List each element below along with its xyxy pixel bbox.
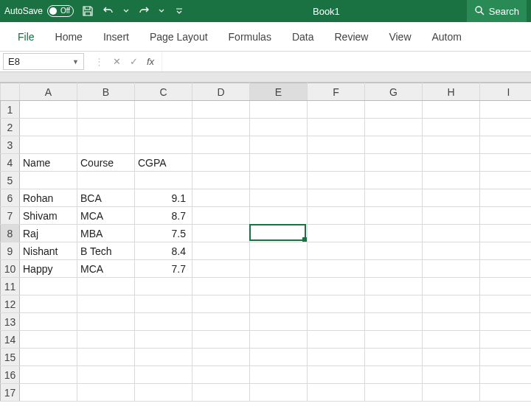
cell-A7[interactable]: Shivam (20, 207, 77, 225)
cell-G12[interactable] (365, 295, 423, 313)
cell-F8[interactable] (308, 225, 365, 242)
cell-C3[interactable] (135, 136, 192, 154)
cell-A4[interactable]: Name (20, 154, 77, 172)
cell-G16[interactable] (365, 366, 423, 384)
column-header-G[interactable]: G (365, 83, 423, 101)
cell-G7[interactable] (365, 207, 423, 225)
cell-G13[interactable] (365, 313, 423, 331)
cell-E2[interactable] (250, 119, 308, 136)
tab-home[interactable]: Home (45, 22, 93, 51)
cell-A2[interactable] (20, 119, 77, 136)
cell-C14[interactable] (135, 331, 192, 349)
row-header-2[interactable]: 2 (1, 119, 20, 136)
cell-C17[interactable] (135, 384, 192, 402)
cell-I7[interactable] (480, 207, 532, 225)
cell-I9[interactable] (480, 242, 532, 260)
cancel-icon[interactable]: ✕ (113, 56, 121, 67)
cell-G17[interactable] (365, 384, 423, 402)
cell-A10[interactable]: Happy (20, 260, 77, 278)
cell-D2[interactable] (192, 119, 250, 136)
row-header-17[interactable]: 17 (1, 384, 20, 402)
cell-H15[interactable] (423, 349, 480, 366)
cell-C13[interactable] (135, 313, 192, 331)
cell-G14[interactable] (365, 331, 423, 349)
cell-B6[interactable]: BCA (77, 189, 135, 207)
cell-E16[interactable] (250, 366, 308, 384)
cell-I11[interactable] (480, 278, 532, 295)
cell-E4[interactable] (250, 154, 308, 172)
cell-D1[interactable] (192, 101, 250, 119)
cell-G2[interactable] (365, 119, 423, 136)
cell-I16[interactable] (480, 366, 532, 384)
cell-G1[interactable] (365, 101, 423, 119)
cell-D11[interactable] (192, 278, 250, 295)
cell-H11[interactable] (423, 278, 480, 295)
cell-B2[interactable] (77, 119, 135, 136)
row-header-9[interactable]: 9 (1, 242, 20, 260)
cell-B16[interactable] (77, 366, 135, 384)
cell-I5[interactable] (480, 172, 532, 189)
cell-H17[interactable] (423, 384, 480, 402)
cell-A1[interactable] (20, 101, 77, 119)
row-header-5[interactable]: 5 (1, 172, 20, 189)
cell-D10[interactable] (192, 260, 250, 278)
cell-D13[interactable] (192, 313, 250, 331)
cell-E12[interactable] (250, 295, 308, 313)
cell-E14[interactable] (250, 331, 308, 349)
row-header-6[interactable]: 6 (1, 189, 20, 207)
row-header-3[interactable]: 3 (1, 136, 20, 154)
cell-H6[interactable] (423, 189, 480, 207)
row-header-12[interactable]: 12 (1, 295, 20, 313)
cell-B7[interactable]: MCA (77, 207, 135, 225)
cell-A3[interactable] (20, 136, 77, 154)
cell-F9[interactable] (308, 242, 365, 260)
column-header-H[interactable]: H (423, 83, 480, 101)
tab-review[interactable]: Review (324, 22, 379, 51)
cell-E6[interactable] (250, 189, 308, 207)
cell-A11[interactable] (20, 278, 77, 295)
cell-C6[interactable]: 9.1 (135, 189, 192, 207)
cell-F7[interactable] (308, 207, 365, 225)
cell-B5[interactable] (77, 172, 135, 189)
row-header-1[interactable]: 1 (1, 101, 20, 119)
cell-F13[interactable] (308, 313, 365, 331)
cell-I17[interactable] (480, 384, 532, 402)
cell-C16[interactable] (135, 366, 192, 384)
cell-E15[interactable] (250, 349, 308, 366)
cell-F16[interactable] (308, 366, 365, 384)
cell-C5[interactable] (135, 172, 192, 189)
column-header-F[interactable]: F (308, 83, 365, 101)
autosave-toggle[interactable]: AutoSave Off (4, 5, 74, 17)
cell-F4[interactable] (308, 154, 365, 172)
tab-autom[interactable]: Autom (422, 22, 472, 51)
cell-A15[interactable] (20, 349, 77, 366)
cell-F6[interactable] (308, 189, 365, 207)
cell-F1[interactable] (308, 101, 365, 119)
cell-I6[interactable] (480, 189, 532, 207)
cell-H12[interactable] (423, 295, 480, 313)
cell-I1[interactable] (480, 101, 532, 119)
cell-C9[interactable]: 8.4 (135, 242, 192, 260)
cell-G5[interactable] (365, 172, 423, 189)
cell-B3[interactable] (77, 136, 135, 154)
cell-I12[interactable] (480, 295, 532, 313)
column-header-I[interactable]: I (480, 83, 532, 101)
cell-I2[interactable] (480, 119, 532, 136)
toggle-off-icon[interactable]: Off (47, 5, 74, 17)
tab-data[interactable]: Data (282, 22, 324, 51)
cell-D5[interactable] (192, 172, 250, 189)
cell-I10[interactable] (480, 260, 532, 278)
cell-E8[interactable] (250, 225, 308, 242)
cell-G10[interactable] (365, 260, 423, 278)
cell-A17[interactable] (20, 384, 77, 402)
cell-C2[interactable] (135, 119, 192, 136)
cell-F10[interactable] (308, 260, 365, 278)
cell-H5[interactable] (423, 172, 480, 189)
fx-icon[interactable]: fx (147, 56, 154, 67)
cell-G6[interactable] (365, 189, 423, 207)
cell-B1[interactable] (77, 101, 135, 119)
cell-C10[interactable]: 7.7 (135, 260, 192, 278)
row-header-7[interactable]: 7 (1, 207, 20, 225)
cell-E9[interactable] (250, 242, 308, 260)
cell-D15[interactable] (192, 349, 250, 366)
